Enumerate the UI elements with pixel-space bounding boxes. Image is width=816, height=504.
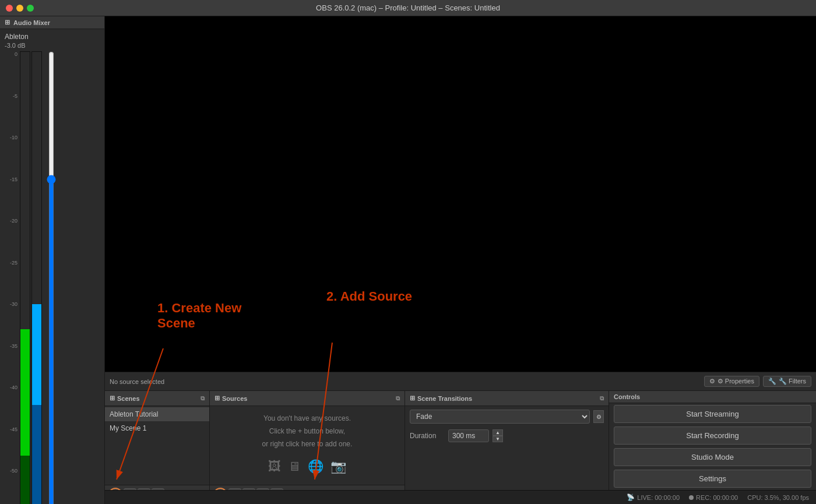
scenes-icon: ⊞	[110, 394, 115, 402]
start-recording-button[interactable]: Start Recording	[614, 427, 811, 445]
sources-icon: ⊞	[214, 394, 220, 402]
display-source-icon: 🖥	[288, 455, 301, 478]
duration-input[interactable]	[448, 429, 489, 442]
duration-decrease-button[interactable]: ▼	[493, 436, 503, 442]
bottom-panels: ⊞ Scenes ⧉ Ableton Tutorial My Scene 1 +…	[105, 390, 816, 504]
scenes-panel-header: ⊞ Scenes ⧉	[105, 391, 209, 406]
transitions-title: Scene Transitions	[417, 395, 472, 402]
meter-labels: 0 -5 -10 -15 -20 -25 -30 -35 -40 -45 -50…	[5, 51, 19, 504]
channel-db: -3.0 dB	[5, 42, 100, 49]
window-title: OBS 26.0.2 (mac) – Profile: Untitled – S…	[316, 3, 500, 12]
transition-row: Fade Cut Move ⚙	[405, 406, 609, 427]
status-bar: 📡 LIVE: 00:00:00 REC: 00:00:00 CPU: 3.5%…	[105, 490, 816, 504]
live-icon: 📡	[627, 494, 635, 501]
meter-bar-left	[20, 51, 30, 504]
meter-bar-right	[31, 51, 42, 504]
transitions-panel: ⊞ Scene Transitions ⧉ Fade Cut Move ⚙ Du…	[405, 391, 609, 504]
audio-channel: Ableton -3.0 dB 0 -5 -10 -15 -20 -25 -30…	[0, 29, 104, 504]
minimize-button[interactable]	[16, 5, 23, 12]
filters-icon: 🔧	[768, 378, 776, 385]
live-label: LIVE: 00:00:00	[637, 494, 680, 501]
settings-button[interactable]: Settings	[614, 470, 811, 488]
sources-bar: No source selected ⚙ ⚙ Properties 🔧 🔧 Fi…	[105, 372, 816, 390]
sources-empty-line2: Click the + button below,	[269, 425, 345, 438]
audio-mixer-icon: ⊞	[5, 19, 10, 26]
audio-mixer-panel: ⊞ Audio Mixer Ableton -3.0 dB 0 -5 -10 -…	[0, 16, 105, 504]
scenes-expand-icon[interactable]: ⧉	[201, 395, 205, 402]
preview-area	[105, 16, 816, 372]
cpu-status: CPU: 3.5%, 30.00 fps	[747, 494, 809, 501]
sources-title: Sources	[222, 395, 247, 402]
transition-settings-button[interactable]: ⚙	[593, 410, 604, 423]
duration-spinner: ▲ ▼	[493, 429, 503, 442]
filters-button[interactable]: 🔧 🔧 Filters	[763, 376, 811, 387]
sources-empty-line1: You don't have any sources.	[263, 413, 351, 425]
sources-type-icons: 🖼 🖥 🌐 📷	[268, 455, 346, 478]
rec-label: REC: 00:00:00	[696, 494, 738, 501]
properties-button[interactable]: ⚙ ⚙ Properties	[704, 376, 759, 387]
channel-name: Ableton	[5, 33, 100, 41]
studio-mode-button[interactable]: Studio Mode	[614, 448, 811, 466]
volume-slider-container[interactable]	[45, 51, 57, 504]
audio-mixer-title: Audio Mixer	[13, 19, 50, 26]
properties-icon: ⚙	[709, 378, 715, 385]
duration-increase-button[interactable]: ▲	[493, 429, 503, 436]
main-layout: ⊞ Audio Mixer Ableton -3.0 dB 0 -5 -10 -…	[0, 16, 816, 504]
list-item[interactable]: Ableton Tutorial	[105, 407, 209, 421]
audio-mixer-header: ⊞ Audio Mixer	[0, 16, 104, 29]
cpu-label: CPU: 3.5%, 30.00 fps	[747, 494, 809, 501]
transitions-expand-icon[interactable]: ⧉	[600, 395, 604, 402]
scenes-panel: ⊞ Scenes ⧉ Ableton Tutorial My Scene 1 +…	[105, 391, 210, 504]
sources-panel-header: ⊞ Sources ⧉	[210, 391, 405, 406]
controls-title: Controls	[614, 393, 640, 400]
browser-source-icon: 🌐	[308, 455, 323, 478]
live-status: 📡 LIVE: 00:00:00	[627, 494, 680, 501]
sources-empty-state: You don't have any sources. Click the + …	[210, 406, 405, 485]
duration-label: Duration	[410, 432, 445, 440]
sources-empty-line3: or right click here to add one.	[262, 438, 353, 451]
meter-container: 0 -5 -10 -15 -20 -25 -30 -35 -40 -45 -50…	[5, 51, 100, 504]
volume-slider[interactable]	[45, 51, 57, 504]
sources-panel: ⊞ Sources ⧉ You don't have any sources. …	[210, 391, 405, 504]
list-item[interactable]: My Scene 1	[105, 421, 209, 435]
rec-dot	[689, 495, 694, 500]
close-button[interactable]	[6, 5, 13, 12]
transitions-icon: ⊞	[410, 394, 415, 402]
rec-status: REC: 00:00:00	[689, 494, 738, 501]
camera-source-icon: 📷	[330, 455, 346, 478]
maximize-button[interactable]	[27, 5, 34, 12]
transition-select[interactable]: Fade Cut Move	[410, 410, 590, 424]
controls-panel: Controls Start Streaming Start Recording…	[609, 391, 816, 504]
start-streaming-button[interactable]: Start Streaming	[614, 405, 811, 423]
scenes-title: Scenes	[117, 395, 140, 402]
duration-row: Duration ▲ ▼	[405, 427, 609, 445]
image-source-icon: 🖼	[268, 455, 281, 478]
scene-list: Ableton Tutorial My Scene 1	[105, 406, 209, 485]
no-source-label: No source selected	[110, 378, 164, 385]
window-controls	[6, 5, 34, 12]
transitions-panel-header: ⊞ Scene Transitions ⧉	[405, 391, 609, 406]
controls-panel-header: Controls	[609, 391, 816, 403]
sources-expand-icon[interactable]: ⧉	[396, 395, 400, 402]
titlebar: OBS 26.0.2 (mac) – Profile: Untitled – S…	[0, 0, 816, 16]
